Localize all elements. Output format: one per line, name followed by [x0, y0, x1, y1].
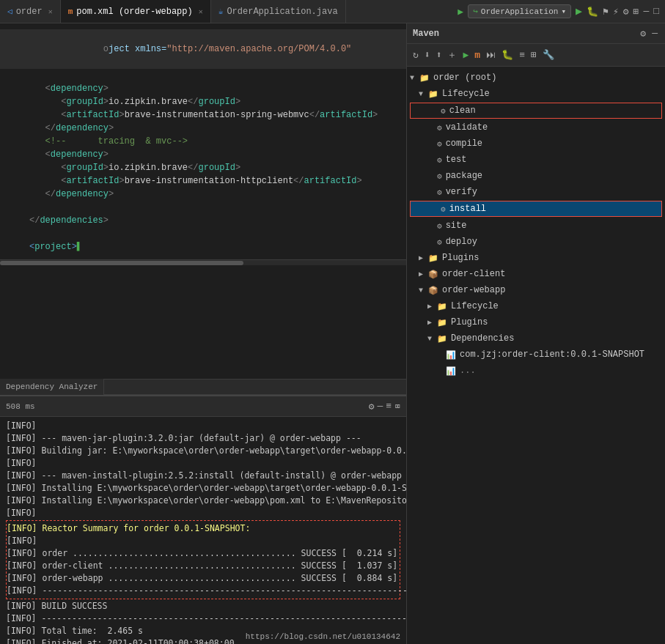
maven-wrench-icon[interactable]: 🔧	[541, 48, 556, 62]
log-line: [INFO] ---------------------------------…	[6, 612, 400, 625]
maven-download-icon[interactable]: ⬇	[423, 48, 432, 62]
profile-button[interactable]: ⚡	[613, 6, 619, 18]
tree-item-dep-order-client[interactable]: 📊 com.jzj:order-client:0.0.1-SNAPSHOT	[407, 347, 665, 363]
run-config-label: OrderApplication	[481, 7, 559, 16]
run-button[interactable]: ▶	[576, 4, 582, 18]
debug-button[interactable]: 🐛	[587, 6, 598, 18]
tree-arrow-webapp-lifecycle: ▶	[427, 302, 435, 311]
maven-plus-icon[interactable]: ＋	[446, 47, 458, 63]
tree-item-test[interactable]: ⚙ test	[407, 152, 665, 168]
tree-label-dep-1: com.jzj:order-client:0.0.1-SNAPSHOT	[460, 349, 644, 360]
dep-analyzer-label: Dependency Analyzer	[6, 382, 98, 391]
tab-order-label: order	[16, 7, 43, 17]
tree-item-dep-2[interactable]: 📊 ...	[407, 363, 665, 379]
tree-item-validate[interactable]: ⚙ validate	[407, 119, 665, 136]
tree-item-clean[interactable]: ⚙ clean	[410, 103, 662, 119]
maven-close-icon[interactable]: —	[650, 26, 659, 40]
maven-up-icon[interactable]: ⬆	[435, 48, 444, 62]
tree-item-webapp-plugins[interactable]: ▶ 📁 Plugins	[407, 314, 665, 330]
tab-bar: ◁ order ✕ m pom.xml (order-webapp) ✕ ☕ O…	[0, 0, 665, 23]
log-line: [INFO] Building jar: E:\myworkspace\orde…	[6, 445, 400, 457]
maven-tree[interactable]: ▼ 📁 order (root) ▼ 📁 Lifecycle ⚙ clean	[407, 67, 665, 644]
tree-label-lifecycle: Lifecycle	[442, 89, 490, 99]
tree-item-install[interactable]: ⚙ install	[410, 201, 662, 217]
code-line: <groupId>io.zipkin.brave</groupId>	[0, 95, 406, 108]
right-panel: Maven ⚙ — ↻ ⬇ ⬆ ＋ ▶ m ⏭ 🐛 ≡ ⊞ 🔧	[407, 23, 665, 644]
tree-item-deploy[interactable]: ⚙ deploy	[407, 234, 665, 250]
settings-toolbar-button[interactable]: ⚙	[623, 6, 629, 18]
tree-item-compile[interactable]: ⚙ compile	[407, 136, 665, 152]
content-row: oject xmlns="http://maven.apache.org/POM…	[0, 23, 665, 644]
maven-list-icon[interactable]: ≡	[518, 48, 526, 62]
tree-item-order-webapp[interactable]: ▼ 📦 order-webapp	[407, 282, 665, 298]
tree-item-plugins[interactable]: ▶ 📁 Plugins	[407, 250, 665, 266]
dep-icon-2: 📊	[446, 366, 456, 376]
tab-pom-webapp-label: pom.xml (order-webapp)	[76, 7, 192, 17]
maven-title: Maven	[413, 29, 439, 39]
code-line: <project>▌	[0, 240, 406, 253]
code-line: </dependencies>	[0, 214, 406, 227]
tree-item-webapp-lifecycle[interactable]: ▶ 📁 Lifecycle	[407, 298, 665, 314]
run-config-dropdown[interactable]: ↪ OrderApplication ▾	[468, 4, 571, 18]
tree-item-lifecycle[interactable]: ▼ 📁 Lifecycle	[407, 86, 665, 102]
minimize-button[interactable]: —	[643, 6, 649, 17]
run-header-left: 508 ms	[6, 402, 35, 411]
maximize-button[interactable]: □	[653, 6, 659, 17]
gear-icon-verify: ⚙	[437, 188, 442, 197]
gear-icon-deploy: ⚙	[437, 237, 442, 247]
maven-debug2-icon[interactable]: 🐛	[500, 48, 515, 62]
tree-item-order-root[interactable]: ▼ 📁 order (root)	[407, 70, 665, 86]
maven-settings-icon[interactable]: ⚙	[639, 26, 647, 41]
maven-run-icon[interactable]: ▶	[461, 48, 470, 62]
layout-button[interactable]: ⊞	[633, 6, 639, 18]
tab-pom-webapp[interactable]: m pom.xml (order-webapp) ✕	[61, 0, 211, 23]
tree-item-verify[interactable]: ⚙ verify	[407, 184, 665, 200]
code-editor[interactable]: oject xmlns="http://maven.apache.org/POM…	[0, 23, 406, 259]
code-line: <artifactId>brave-instrumentation-httpcl…	[0, 174, 406, 188]
maven-toolbar: ⚙ —	[639, 26, 659, 41]
tree-item-order-client[interactable]: ▶ 📦 order-client	[407, 266, 665, 282]
editor-header-line: oject xmlns="http://maven.apache.org/POM…	[29, 29, 406, 69]
tree-label-webapp-lifecycle: Lifecycle	[451, 301, 499, 311]
java-icon: ☕	[218, 7, 224, 16]
code-line	[0, 201, 406, 214]
maven-refresh-icon[interactable]: ↻	[411, 48, 420, 62]
module-icon-order-webapp: 📦	[428, 286, 438, 295]
coverage-button[interactable]: ⚑	[603, 6, 609, 18]
tree-arrow-plugins: ▶	[419, 253, 426, 262]
tab-order-app[interactable]: ☕ OrderApplication.java	[211, 0, 346, 23]
green-arrow-icon: ▶	[458, 6, 463, 18]
log-line: [INFO] --- maven-install-plugin:2.5.2:in…	[6, 470, 400, 482]
run-panel-filter-icon[interactable]: ≡	[386, 401, 392, 412]
code-line: <artifactId>brave-instrumentation-spring…	[0, 108, 406, 122]
run-panel-close-icon[interactable]: —	[378, 401, 383, 412]
blog-link[interactable]: https://blog.csdn.net/u010134642	[246, 632, 400, 641]
run-panel-settings-icon[interactable]: ⚙	[369, 401, 375, 412]
dependency-analyzer-tab[interactable]: Dependency Analyzer	[0, 379, 104, 395]
run-output[interactable]: [INFO] [INFO] --- maven-jar-plugin:3.2.0…	[0, 417, 406, 644]
bottom-output-section: 508 ms ⚙ — ≡ ⌧ [INFO] [INFO] --- maven-j…	[0, 395, 406, 644]
maven-expand-icon[interactable]: ⊞	[529, 48, 538, 62]
code-line: </dependency>	[0, 188, 406, 201]
tab-pom-webapp-close[interactable]: ✕	[199, 7, 203, 16]
maven-m-icon[interactable]: m	[473, 48, 482, 62]
maven-icon: m	[68, 7, 73, 16]
scrollbar-thumb	[0, 261, 243, 265]
xml-icon: ◁	[7, 7, 12, 16]
tree-item-package[interactable]: ⚙ package	[407, 168, 665, 184]
tree-item-site[interactable]: ⚙ site	[407, 218, 665, 234]
tab-order[interactable]: ◁ order ✕	[0, 0, 61, 23]
log-line: [INFO] Installing E:\myworkspace\order\o…	[6, 495, 400, 507]
code-line: </dependency>	[0, 122, 406, 135]
maven-skip-icon[interactable]: ⏭	[485, 48, 497, 62]
tree-label-dep-2: ...	[460, 366, 476, 376]
folder-icon-webapp-plugins: 📁	[437, 318, 447, 327]
folder-icon-webapp-lifecycle: 📁	[437, 302, 447, 311]
horizontal-scrollbar[interactable]	[0, 259, 406, 265]
run-panel-wrap-icon[interactable]: ⌧	[394, 401, 400, 412]
tree-label-order-webapp: order-webapp	[442, 285, 505, 295]
tree-item-webapp-deps[interactable]: ▼ 📁 Dependencies	[407, 330, 665, 347]
tab-order-close[interactable]: ✕	[48, 7, 53, 16]
log-line: [INFO]	[6, 507, 400, 519]
gear-icon-clean: ⚙	[441, 106, 446, 116]
